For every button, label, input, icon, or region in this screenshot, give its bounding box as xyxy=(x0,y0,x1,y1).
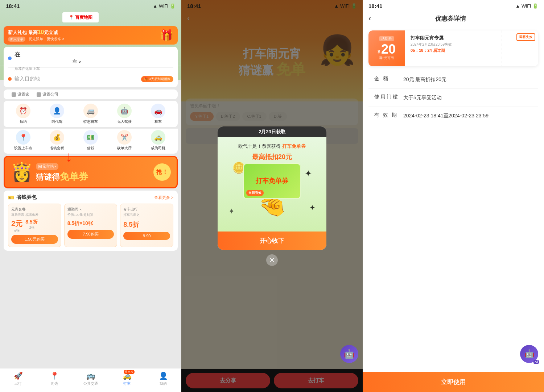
service-loan[interactable]: 💵 借钱 xyxy=(75,130,107,151)
taxi-label: 打车 xyxy=(123,381,131,386)
back-button-3[interactable]: ‹ xyxy=(368,14,371,23)
validity-value: 2024-02-23 18:41至2024-02-23 23:59 xyxy=(403,112,489,120)
home-shortcut[interactable]: 设置家 xyxy=(12,92,29,97)
star-icon: ✦ xyxy=(309,203,316,212)
use-coupon-button[interactable]: 立即使用 xyxy=(363,372,544,392)
ai-assistant-button-3[interactable]: 🤖 Ai xyxy=(520,345,538,363)
detail-header: ‹ 优惠券详情 xyxy=(363,11,544,26)
origin-dot xyxy=(8,57,12,60)
profile-icon: 👤 xyxy=(159,371,168,380)
popup-close[interactable]: × xyxy=(266,254,278,266)
shortcuts-area: 设置家 设置公司 xyxy=(4,89,178,99)
service-driver[interactable]: 👤 叫代驾 xyxy=(41,104,73,124)
dest-dot xyxy=(8,77,12,81)
coupon-condition: 满5元可用 xyxy=(379,56,394,61)
origin-sub: 推荐在这里上车 xyxy=(8,66,173,71)
new-user-banner[interactable]: 新人礼包 最高10元立减 新人专享 优先派单，更快发车 > 🎁 xyxy=(4,26,178,45)
status-time-3: 18:41 xyxy=(368,3,382,9)
wifi-icon: WiFi xyxy=(159,3,168,9)
wallet-section: 🎫 省钱券包 查看更多 > 元宵套餐 喜乐元宵 福运出发 2元 5张 xyxy=(4,191,178,251)
nearby-icon: 📍 xyxy=(50,371,59,380)
travel-label: 出行 xyxy=(15,381,22,386)
banner-main: 新人礼包 最高10元立减 xyxy=(8,29,64,36)
detail-amount-row: 金 额 20元 最高折扣20元 xyxy=(368,71,538,89)
nav-nearby[interactable]: 📍 周边 xyxy=(36,371,73,386)
travel-icon: 🚀 xyxy=(14,371,23,380)
detail-threshold-row: 使用门槛 大于5元享受活动 xyxy=(368,89,538,107)
status-icons: ▲ WiFi 🔋 xyxy=(153,3,176,9)
voucher-stamp: 当日有效 xyxy=(246,190,264,196)
page-title: 优惠券详情 xyxy=(375,14,526,23)
services-grid-2: 📍 设置上车点 💰 省钱套餐 💵 借钱 ✂️ 砍单大厅 🚕 成为司机 xyxy=(4,129,178,154)
collect-button[interactable]: 开心收下 xyxy=(218,232,326,250)
wallet-header: 🎫 省钱券包 查看更多 > xyxy=(8,194,173,201)
service-rental[interactable]: 🚗 租车 xyxy=(142,104,174,124)
reward-popup: 2月23日获取 欧气十足！恭喜获得 打车免单券 最高抵扣20元 🪙 ✦ ✦ ✦ xyxy=(218,126,326,250)
status-bar: 18:41 ▲ WiFi 🔋 xyxy=(0,0,181,11)
origin-row: 在 车 > xyxy=(8,49,173,68)
amount-label: 金 额 xyxy=(374,76,403,82)
voucher-label: 打车免单券 xyxy=(256,177,288,185)
coupon-expire: 2024年2月23日23:59失效 xyxy=(411,42,532,47)
nav-profile[interactable]: 👤 我的 xyxy=(145,371,181,386)
coupon-amount-display: ¥ 20 xyxy=(378,43,396,56)
service-bargain[interactable]: ✂️ 砍单大厅 xyxy=(108,130,140,151)
nearby-label: 周边 xyxy=(51,381,58,386)
wifi-icon-3: WiFi xyxy=(522,3,531,9)
battery-icon-3: 🔋 xyxy=(532,3,538,9)
signal-icon-3: ▲ xyxy=(515,3,520,9)
service-reserve[interactable]: ⏰ 预约 xyxy=(7,104,40,124)
coupon-left: 活动券 ¥ 20 满5元可用 xyxy=(368,30,405,66)
promo-character: 👸 xyxy=(11,162,33,183)
work-label: 设置公司 xyxy=(42,92,58,97)
plus-icon: ✦ xyxy=(305,168,312,179)
arrow-indicator: ↓ xyxy=(65,149,83,178)
popup-congrats: 欧气十足！恭喜获得 打车免单券 xyxy=(238,143,306,150)
service-driver-job[interactable]: 🚕 成为司机 xyxy=(142,130,174,151)
service-pickup[interactable]: 📍 设置上车点 xyxy=(7,130,40,151)
wallet-more[interactable]: 查看更多 > xyxy=(154,195,173,200)
coupon-tag-badge: 活动券 xyxy=(379,36,394,41)
transit-label: 公共交通 xyxy=(83,381,98,386)
ai-assistant-button[interactable]: 🤖 xyxy=(340,345,358,363)
popup-amount: 最高抵扣20元 xyxy=(252,153,292,161)
wallet-card-0[interactable]: 元宵套餐 喜乐元宵 福运出发 2元 5张 8.5折 2张 1.50元购买 xyxy=(8,204,61,247)
status-time: 18:41 xyxy=(6,3,20,9)
wallet-title: 🎫 省钱券包 xyxy=(8,194,37,201)
hand-voucher: 打车免单券 当日有效 🤏 xyxy=(243,163,301,217)
signal-icon: ▲ xyxy=(153,3,157,9)
wallet-card-2[interactable]: 专车出行 打车品质之 8.5折 9.90 xyxy=(120,204,173,247)
work-shortcut[interactable]: 设置公司 xyxy=(37,92,58,97)
app-logo: 📍 百度地图 xyxy=(62,12,99,22)
coupon-card: 活动券 ¥ 20 满5元可用 打车闹元宵专属 2024年2月23日23:59失效… xyxy=(368,30,538,66)
nav-taxi[interactable]: 🚕 快出发 打车 xyxy=(109,371,145,386)
wallet-icon: 🎫 xyxy=(8,195,14,200)
origin-label: 在 车 > xyxy=(15,51,173,65)
grab-button[interactable]: 抢！ xyxy=(153,163,171,181)
promo-banner[interactable]: 👸 闹元宵咯~ 猜谜得免单券 抢！ xyxy=(4,156,178,188)
wallet-card-1[interactable]: 通勤周卡 价值100元 超划算 8.5折×10张 7.90购买 xyxy=(64,204,118,247)
coupon-amount: 20 xyxy=(381,43,396,56)
coupon-name: 打车闹元宵专属 xyxy=(411,35,532,41)
validity-label: 有 效 期 xyxy=(374,112,403,118)
car-button[interactable]: 车 > xyxy=(73,59,173,65)
top-bar: 📍 百度地图 xyxy=(0,11,181,24)
nav-transit[interactable]: 🚌 公共交通 xyxy=(73,371,109,386)
service-autonomous[interactable]: 🤖 无人驾驶 xyxy=(108,104,140,124)
voucher-visual: 🪙 ✦ ✦ ✦ 打车免单券 当日有效 🤏 xyxy=(225,161,319,219)
star-icon-2: ✦ xyxy=(228,207,235,216)
popup-overlay: 2月23日获取 欧气十足！恭喜获得 打车免单券 最高抵扣20元 🪙 ✦ ✦ ✦ xyxy=(181,0,363,392)
promo-small: 闹元宵咯~ xyxy=(36,163,58,170)
popup-date: 2月23日获取 xyxy=(218,126,326,137)
destination-row[interactable]: 输入目的地 🎁 3天后到期赠账 xyxy=(8,73,173,85)
nav-travel[interactable]: 🚀 出行 xyxy=(0,371,36,386)
service-carpool[interactable]: 🚐 特惠拼车 xyxy=(75,104,107,124)
profile-label: 我的 xyxy=(160,381,167,386)
service-wallet[interactable]: 💰 省钱套餐 xyxy=(41,130,73,151)
transit-icon: 🚌 xyxy=(86,371,95,380)
voucher-card: 打车免单券 当日有效 xyxy=(243,163,301,199)
panel-coupon-detail: 18:41 ▲ WiFi 🔋 ‹ 优惠券详情 活动券 ¥ 20 满5元可用 打车… xyxy=(363,0,544,392)
banner-sub: 新人专享 优先派单，更快发车 > xyxy=(8,37,64,42)
wallet-cards: 元宵套餐 喜乐元宵 福运出发 2元 5张 8.5折 2张 1.50元购买 xyxy=(8,204,173,247)
home-label: 设置家 xyxy=(17,92,29,97)
